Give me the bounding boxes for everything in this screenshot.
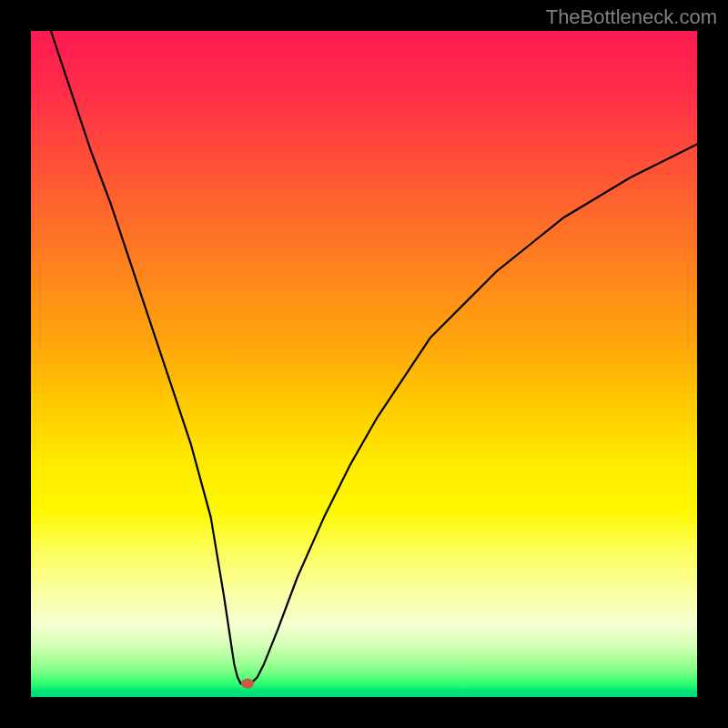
optimum-marker [241,679,254,689]
watermark-text: TheBottleneck.com [546,5,717,29]
chart-plot-area [31,31,697,697]
bottleneck-curve [31,31,697,697]
